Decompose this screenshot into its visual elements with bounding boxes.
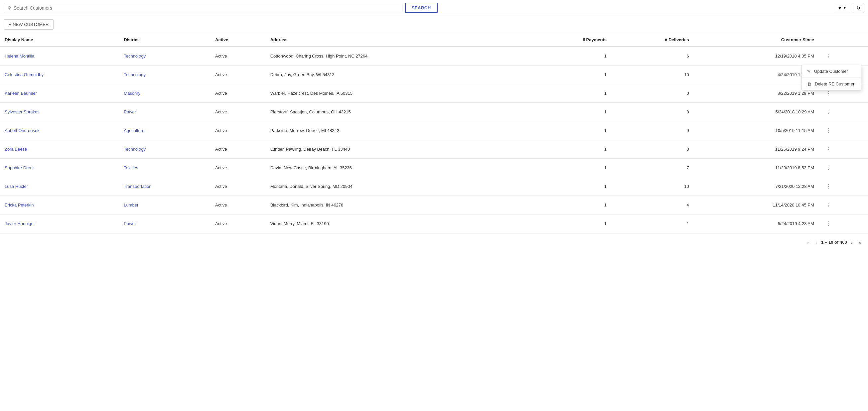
cell-display-name: Celestina Grimoldby (0, 65, 119, 84)
cell-deliveries: 8 (611, 103, 694, 121)
district-link[interactable]: Power (124, 109, 136, 115)
filter-dropdown-icon: ▼ (843, 6, 846, 10)
search-button[interactable]: SEARCH (405, 3, 438, 13)
district-link[interactable]: Power (124, 221, 136, 226)
cell-district: Technology (119, 46, 211, 65)
last-page-button[interactable]: » (857, 238, 863, 246)
customer-link[interactable]: Helena Montilla (5, 54, 35, 59)
cell-payments: 1 (529, 177, 611, 196)
district-link[interactable]: Technology (124, 72, 146, 77)
row-more-button[interactable]: ⋮ (824, 200, 834, 210)
cell-payments: 1 (529, 121, 611, 140)
cell-payments: 1 (529, 196, 611, 215)
district-link[interactable]: Transportation (124, 184, 151, 189)
row-more-button[interactable]: ⋮ (824, 163, 834, 172)
col-header-deliveries: # Deliveries (611, 33, 694, 46)
row-more-button[interactable]: ⋮ (824, 182, 834, 191)
cell-address: Parkside, Morrow, Detroit, MI 48242 (266, 121, 529, 140)
cell-district: Technology (119, 65, 211, 84)
cell-payments: 1 (529, 159, 611, 177)
col-header-actions (819, 33, 868, 46)
cell-active: Active (211, 103, 266, 121)
cell-actions: ⋮ (819, 46, 868, 65)
cell-active: Active (211, 177, 266, 196)
customer-link[interactable]: Sylvester Sprakes (5, 109, 39, 115)
cell-deliveries: 10 (611, 65, 694, 84)
col-header-payments: # Payments (529, 33, 611, 46)
customer-link[interactable]: Lusa Huxter (5, 184, 28, 189)
cell-address: Pierstorff, Sachtjen, Columbus, OH 43215 (266, 103, 529, 121)
customer-link[interactable]: Zora Beese (5, 147, 27, 152)
action-bar: + NEW CUSTOMER (0, 16, 868, 33)
table-row: Sylvester Sprakes Power Active Pierstorf… (0, 103, 868, 121)
cell-address: Cottonwood, Charing Cross, High Point, N… (266, 46, 529, 65)
customer-link[interactable]: Javier Hanniger (5, 221, 35, 226)
cell-district: Lumber (119, 196, 211, 215)
cell-display-name: Ericka Peterkin (0, 196, 119, 215)
prev-page-button[interactable]: ‹ (813, 238, 819, 246)
pagination: « ‹ 1 – 10 of 400 › » (0, 233, 868, 251)
row-more-button[interactable]: ⋮ (824, 52, 834, 61)
cell-actions: ⋮ (819, 140, 868, 159)
cell-display-name: Sapphire Durek (0, 159, 119, 177)
cell-active: Active (211, 121, 266, 140)
district-link[interactable]: Agriculture (124, 128, 144, 133)
first-page-button[interactable]: « (805, 238, 811, 246)
cell-active: Active (211, 65, 266, 84)
table-row: Celestina Grimoldby Technology Active De… (0, 65, 868, 84)
cell-district: Transportation (119, 177, 211, 196)
col-header-address: Address (266, 33, 529, 46)
district-link[interactable]: Technology (124, 54, 146, 59)
cell-actions: ⋮ (819, 121, 868, 140)
district-link[interactable]: Textiles (124, 165, 138, 170)
cell-deliveries: 9 (611, 121, 694, 140)
cell-address: Debra, Jay, Green Bay, WI 54313 (266, 65, 529, 84)
cell-deliveries: 4 (611, 196, 694, 215)
district-link[interactable]: Lumber (124, 202, 138, 208)
customer-link[interactable]: Celestina Grimoldby (5, 72, 43, 77)
page-range: 1 – 10 of 400 (821, 240, 847, 245)
cell-payments: 1 (529, 84, 611, 103)
cell-deliveries: 1 (611, 215, 694, 233)
refresh-button[interactable]: ↻ (853, 3, 864, 13)
row-more-button[interactable]: ⋮ (824, 219, 834, 228)
customer-link[interactable]: Abbott Ondrousek (5, 128, 39, 133)
table-row: Ericka Peterkin Lumber Active Blackbird,… (0, 196, 868, 215)
cell-payments: 1 (529, 46, 611, 65)
row-more-button[interactable]: ⋮ (824, 126, 834, 135)
col-header-active: Active (211, 33, 266, 46)
row-more-button[interactable]: ⋮ (824, 107, 834, 116)
cell-display-name: Abbott Ondrousek (0, 121, 119, 140)
context-menu: ✎ Update Customer 🗑 Delete RE Customer (802, 65, 861, 90)
table-row: Karleen Baumler Masonry Active Warbler, … (0, 84, 868, 103)
cell-payments: 1 (529, 103, 611, 121)
cell-actions: ⋮ (819, 177, 868, 196)
district-link[interactable]: Masonry (124, 91, 141, 96)
customer-link[interactable]: Karleen Baumler (5, 91, 37, 96)
cell-district: Power (119, 103, 211, 121)
cell-deliveries: 0 (611, 84, 694, 103)
search-wrapper: ⚲ (4, 3, 402, 13)
edit-icon: ✎ (807, 69, 811, 74)
district-link[interactable]: Technology (124, 147, 146, 152)
cell-customer-since: 8/22/2019 1:29 PM (694, 84, 819, 103)
cell-actions: ⋮ (819, 103, 868, 121)
cell-customer-since: 5/24/2019 4:23 AM (694, 215, 819, 233)
search-input[interactable] (13, 5, 399, 11)
cell-address: Lunder, Pawling, Delray Beach, FL 33448 (266, 140, 529, 159)
cell-display-name: Sylvester Sprakes (0, 103, 119, 121)
next-page-button[interactable]: › (849, 238, 855, 246)
customers-table: Display Name District Active Address # P… (0, 33, 868, 233)
row-more-button[interactable]: ⋮ (824, 145, 834, 154)
col-header-customer-since: Customer Since (694, 33, 819, 46)
customer-link[interactable]: Ericka Peterkin (5, 202, 34, 208)
cell-active: Active (211, 46, 266, 65)
cell-customer-since: 11/26/2019 9:24 PM (694, 140, 819, 159)
cell-payments: 1 (529, 65, 611, 84)
context-menu-delete[interactable]: 🗑 Delete RE Customer (802, 78, 861, 90)
filter-button[interactable]: ▼ ▼ (834, 3, 850, 13)
new-customer-button[interactable]: + NEW CUSTOMER (4, 19, 54, 30)
trash-icon: 🗑 (807, 82, 811, 87)
customer-link[interactable]: Sapphire Durek (5, 165, 35, 170)
context-menu-update[interactable]: ✎ Update Customer (802, 65, 861, 77)
